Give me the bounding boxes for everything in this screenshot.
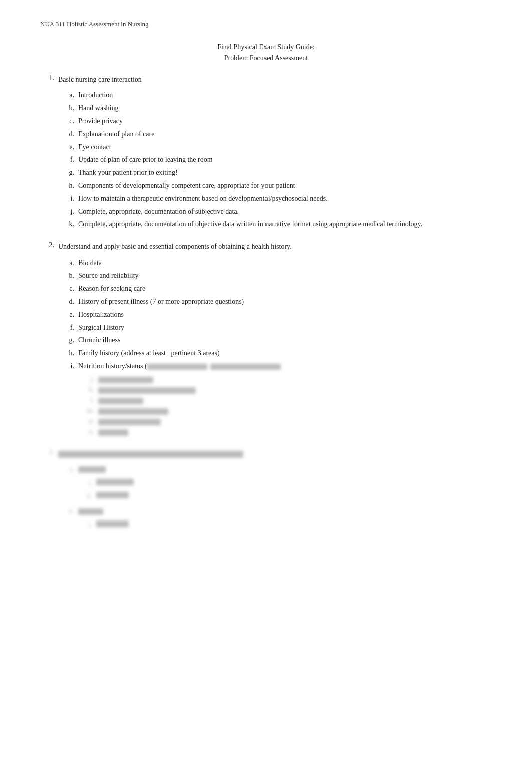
list-item: h. Components of developmentally compete… bbox=[58, 180, 492, 192]
list-item: b. Source and reliability bbox=[58, 270, 492, 282]
section-3: 3. a. i. ii. bbox=[40, 448, 492, 533]
course-title: NUA 311 Holistic Assessment in Nursing bbox=[40, 20, 149, 28]
section-1: 1. Basic nursing care interaction a. Int… bbox=[40, 74, 492, 231]
section-1-sublist: a. Introduction b. Hand washing c. Provi… bbox=[58, 89, 492, 230]
list-item: e. Eye contact bbox=[58, 141, 492, 153]
list-item: g. Chronic illness bbox=[58, 334, 492, 346]
list-item: i. bbox=[78, 519, 129, 531]
list-item: b. Hand washing bbox=[58, 102, 492, 114]
section-3-intro bbox=[58, 448, 492, 459]
section-2-num: 2. bbox=[40, 241, 54, 438]
list-item: c. Reason for seeking care bbox=[58, 283, 492, 295]
list-item: i. bbox=[78, 477, 134, 489]
list-item: a. Bio data bbox=[58, 257, 492, 269]
section-1-content: Basic nursing care interaction a. Introd… bbox=[58, 74, 492, 231]
doc-subtitle: Problem Focused Assessment bbox=[40, 54, 492, 62]
list-item: i. Nutrition history/status ( bbox=[58, 360, 492, 372]
list-item: e. Hospitalizations bbox=[58, 309, 492, 321]
section-1-num: 1. bbox=[40, 74, 54, 231]
list-item: f. Surgical History bbox=[58, 322, 492, 334]
section-3-sublist: a. i. ii. bbox=[58, 463, 492, 532]
list-item: g. Thank your patient prior to exiting! bbox=[58, 167, 492, 179]
list-item: b. i. bbox=[58, 505, 492, 533]
list-item: f. Update of plan of care prior to leavi… bbox=[58, 154, 492, 166]
list-item: d. History of present illness (7 or more… bbox=[58, 296, 492, 308]
section-2-intro: Understand and apply basic and essential… bbox=[58, 241, 492, 252]
section-1-intro: Basic nursing care interaction bbox=[58, 74, 492, 85]
list-item: i. How to maintain a therapeutic environ… bbox=[58, 193, 492, 205]
list-item: h. Family history (address at least pert… bbox=[58, 347, 492, 359]
list-item: j. Complete, appropriate, documentation … bbox=[58, 206, 492, 218]
list-item: d. Explanation of plan of care bbox=[58, 128, 492, 140]
list-item: a. i. ii. bbox=[58, 463, 492, 503]
list-item: ii. bbox=[78, 490, 134, 502]
page-header: NUA 311 Holistic Assessment in Nursing bbox=[40, 20, 492, 28]
list-item: a. Introduction bbox=[58, 89, 492, 101]
section-3-num: 3. bbox=[40, 448, 54, 533]
doc-title: Final Physical Exam Study Guide: bbox=[40, 43, 492, 51]
list-item: c. Provide privacy bbox=[58, 115, 492, 127]
main-list: 1. Basic nursing care interaction a. Int… bbox=[40, 74, 492, 533]
blurred-items: j. k. l. m. n. bbox=[78, 375, 492, 436]
section-3-content: a. i. ii. bbox=[58, 448, 492, 533]
section-2: 2. Understand and apply basic and essent… bbox=[40, 241, 492, 438]
section-2-content: Understand and apply basic and essential… bbox=[58, 241, 492, 438]
section-2-sublist: a. Bio data b. Source and reliability c.… bbox=[58, 257, 492, 372]
list-item: k. Complete, appropriate, documentation … bbox=[58, 218, 492, 230]
